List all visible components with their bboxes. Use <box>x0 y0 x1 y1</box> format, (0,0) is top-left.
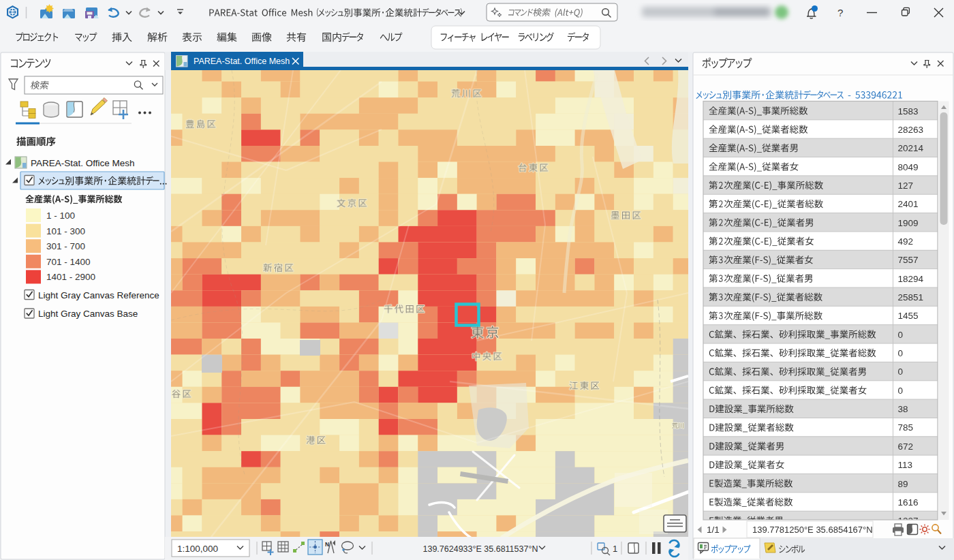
svg-text:113: 113 <box>898 460 913 470</box>
svg-text:28263: 28263 <box>898 125 924 135</box>
svg-text:127: 127 <box>898 181 914 191</box>
svg-text:38: 38 <box>898 404 908 414</box>
svg-text:0: 0 <box>898 348 904 358</box>
svg-text:301 - 700: 301 - 700 <box>46 241 85 251</box>
svg-text:7557: 7557 <box>898 255 919 265</box>
svg-text:2401: 2401 <box>898 199 919 209</box>
svg-text:701 - 1400: 701 - 1400 <box>46 257 91 267</box>
svg-text:1583: 1583 <box>898 106 919 116</box>
svg-text:0: 0 <box>898 367 904 377</box>
svg-text:1/1: 1/1 <box>707 525 720 535</box>
svg-text:1616: 1616 <box>898 497 919 508</box>
svg-text:1401 - 2900: 1401 - 2900 <box>46 272 95 282</box>
svg-text:N: N <box>325 541 329 548</box>
svg-text:0: 0 <box>898 386 904 396</box>
svg-text:18294: 18294 <box>898 274 924 284</box>
svg-text:89: 89 <box>898 479 908 489</box>
svg-text:1 - 100: 1 - 100 <box>46 211 75 221</box>
svg-text:0: 0 <box>898 330 904 340</box>
svg-text:20214: 20214 <box>898 143 924 153</box>
svg-text:1: 1 <box>613 544 617 554</box>
svg-text:139.7624933°E 35.6811537°N: 139.7624933°E 35.6811537°N <box>423 544 538 554</box>
svg-text:492: 492 <box>898 236 914 247</box>
svg-text:25851: 25851 <box>898 292 924 302</box>
svg-text:?: ? <box>837 7 843 18</box>
svg-text:Light Gray Canvas Base: Light Gray Canvas Base <box>38 309 138 319</box>
svg-text:PAREA-Stat. Office Mesh: PAREA-Stat. Office Mesh <box>194 57 290 66</box>
svg-text:PAREA-Stat. Office Mesh: PAREA-Stat. Office Mesh <box>31 158 135 168</box>
svg-text:Light Gray Canvas Reference: Light Gray Canvas Reference <box>38 290 159 300</box>
svg-text:8049: 8049 <box>898 162 919 172</box>
svg-text:785: 785 <box>898 422 914 433</box>
svg-text:1909: 1909 <box>898 218 919 228</box>
svg-text:101 - 300: 101 - 300 <box>46 226 85 236</box>
svg-text:1455: 1455 <box>898 311 919 321</box>
svg-text:139.7781250°E 35.6854167°N: 139.7781250°E 35.6854167°N <box>752 525 873 535</box>
svg-text:1:100,000: 1:100,000 <box>177 544 218 554</box>
svg-text:672: 672 <box>898 441 914 452</box>
